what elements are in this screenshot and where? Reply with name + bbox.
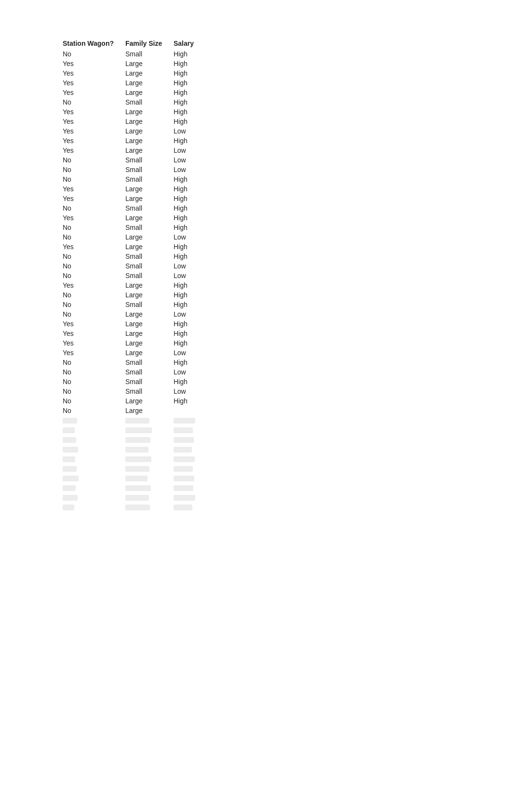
cell-family_size: Small xyxy=(125,377,174,386)
cell-family_size: Large xyxy=(125,78,174,88)
cell-blurred xyxy=(174,444,212,454)
table-row: NoLargeLow xyxy=(63,232,212,242)
cell-family_size: Large xyxy=(125,136,174,146)
cell-family_size: Small xyxy=(125,97,174,107)
cell-station_wagon: Yes xyxy=(63,242,125,252)
table-row: NoSmallLow xyxy=(63,386,212,396)
cell-family_size: Small xyxy=(125,49,174,59)
cell-salary: High xyxy=(174,329,212,338)
cell-family_size: Small xyxy=(125,165,174,174)
cell-salary: Low xyxy=(174,348,212,358)
cell-salary: Low xyxy=(174,126,212,136)
cell-blurred xyxy=(63,444,125,454)
table-row: NoSmallHigh xyxy=(63,203,212,213)
cell-family_size: Large xyxy=(125,348,174,358)
table-row: NoLargeLow xyxy=(63,309,212,319)
table-row: YesLargeHigh xyxy=(63,184,212,194)
cell-salary: High xyxy=(174,107,212,117)
cell-salary: Low xyxy=(174,146,212,155)
cell-family_size: Large xyxy=(125,194,174,203)
cell-station_wagon: Yes xyxy=(63,338,125,348)
cell-family_size: Large xyxy=(125,117,174,126)
cell-family_size: Small xyxy=(125,223,174,232)
cell-salary: Low xyxy=(174,386,212,396)
table-row: YesLargeHigh xyxy=(63,107,212,117)
cell-family_size: Large xyxy=(125,329,174,338)
table-row-blurred xyxy=(63,493,212,502)
cell-station_wagon: Yes xyxy=(63,126,125,136)
cell-family_size: Large xyxy=(125,338,174,348)
cell-family_size: Large xyxy=(125,184,174,194)
cell-salary: Low xyxy=(174,165,212,174)
main-table: Station Wagon? Family Size Salary NoSmal… xyxy=(63,39,212,512)
cell-salary: High xyxy=(174,223,212,232)
cell-blurred xyxy=(125,493,174,502)
cell-station_wagon: No xyxy=(63,174,125,184)
cell-salary: Low xyxy=(174,232,212,242)
table-row: YesLargeHigh xyxy=(63,59,212,68)
cell-family_size: Large xyxy=(125,88,174,97)
cell-station_wagon: No xyxy=(63,232,125,242)
cell-family_size: Large xyxy=(125,146,174,155)
cell-salary: High xyxy=(174,319,212,329)
header-salary: Salary xyxy=(174,39,212,49)
cell-station_wagon: No xyxy=(63,367,125,377)
table-row: NoSmallLow xyxy=(63,271,212,280)
cell-salary: Low xyxy=(174,367,212,377)
table-row-blurred xyxy=(63,444,212,454)
cell-salary: High xyxy=(174,377,212,386)
table-row: NoSmallLow xyxy=(63,367,212,377)
table-row-blurred xyxy=(63,435,212,444)
cell-blurred xyxy=(63,483,125,493)
cell-blurred xyxy=(174,464,212,473)
cell-station_wagon: Yes xyxy=(63,117,125,126)
cell-salary: High xyxy=(174,184,212,194)
cell-salary: Low xyxy=(174,271,212,280)
cell-blurred xyxy=(125,435,174,444)
table-row: NoSmallLow xyxy=(63,165,212,174)
cell-family_size: Small xyxy=(125,386,174,396)
cell-station_wagon: No xyxy=(63,377,125,386)
cell-family_size: Small xyxy=(125,367,174,377)
cell-family_size: Large xyxy=(125,126,174,136)
cell-salary: High xyxy=(174,136,212,146)
cell-blurred xyxy=(63,493,125,502)
table-row-blurred xyxy=(63,483,212,493)
cell-family_size: Small xyxy=(125,358,174,367)
table-row-blurred xyxy=(63,464,212,473)
cell-salary: High xyxy=(174,49,212,59)
table-row: NoSmallLow xyxy=(63,261,212,271)
cell-station_wagon: No xyxy=(63,165,125,174)
cell-salary: Low xyxy=(174,155,212,165)
cell-salary: High xyxy=(174,78,212,88)
cell-station_wagon: Yes xyxy=(63,213,125,223)
table-row: NoLarge xyxy=(63,406,212,415)
cell-station_wagon: No xyxy=(63,155,125,165)
table-row: YesLargeHigh xyxy=(63,242,212,252)
cell-station_wagon: Yes xyxy=(63,59,125,68)
cell-blurred xyxy=(174,483,212,493)
cell-station_wagon: No xyxy=(63,223,125,232)
cell-salary: High xyxy=(174,88,212,97)
table-row: YesLargeHigh xyxy=(63,338,212,348)
cell-family_size: Large xyxy=(125,68,174,78)
cell-salary: High xyxy=(174,97,212,107)
cell-station_wagon: No xyxy=(63,290,125,300)
cell-family_size: Small xyxy=(125,155,174,165)
cell-station_wagon: Yes xyxy=(63,184,125,194)
cell-blurred xyxy=(174,454,212,464)
cell-family_size: Large xyxy=(125,396,174,406)
cell-family_size: Small xyxy=(125,252,174,261)
cell-family_size: Large xyxy=(125,290,174,300)
cell-station_wagon: Yes xyxy=(63,146,125,155)
cell-station_wagon: Yes xyxy=(63,319,125,329)
cell-blurred xyxy=(63,464,125,473)
cell-family_size: Small xyxy=(125,261,174,271)
table-row: NoSmallHigh xyxy=(63,174,212,184)
table-row: YesLargeLow xyxy=(63,146,212,155)
cell-salary: High xyxy=(174,174,212,184)
table-row-blurred xyxy=(63,454,212,464)
table-row: YesLargeHigh xyxy=(63,329,212,338)
cell-salary: Low xyxy=(174,309,212,319)
cell-salary: High xyxy=(174,300,212,309)
